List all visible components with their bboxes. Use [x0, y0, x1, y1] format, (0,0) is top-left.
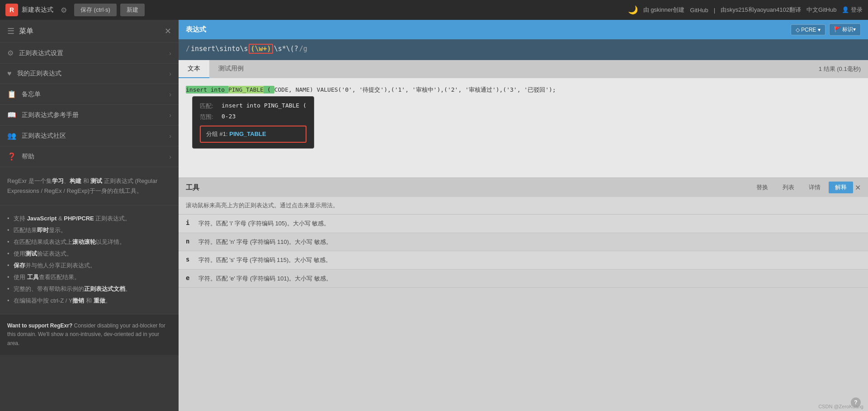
- gear-icon[interactable]: ⚙: [61, 6, 67, 14]
- sidebar-item-community[interactable]: 👥 正则表达式社区 ›: [0, 126, 179, 146]
- sidebar-item-help[interactable]: ❓ 帮助 ›: [0, 146, 179, 167]
- expression-input[interactable]: / insert\sinto\s (\w+) \s*\(? /g: [179, 39, 868, 60]
- delimiter-end: /g: [299, 45, 307, 53]
- pcre-button[interactable]: ◇ PCRE ▾: [791, 24, 826, 35]
- book-icon: 📖: [7, 111, 16, 119]
- tools-item-n[interactable]: n 字符。匹配 'n' 字母 (字符编码 110)。大小写 敏感。: [179, 233, 868, 252]
- sidebar-item-reference-label: 正则表达式参考手册: [22, 111, 79, 119]
- separator: |: [714, 7, 715, 14]
- tab-text[interactable]: 文本: [179, 60, 209, 78]
- tab-test-cases[interactable]: 测试用例: [209, 60, 253, 78]
- char-i: i: [186, 219, 193, 226]
- tools-close-button[interactable]: ✕: [855, 183, 861, 192]
- expression-controls: ◇ PCRE ▾ 🚩 标识▾: [791, 23, 861, 36]
- login-link[interactable]: 👤 登录: [842, 6, 863, 14]
- sidebar-item-settings-label: 正则表达式设置: [19, 49, 63, 57]
- tooltip-range-value: 0-23: [222, 113, 236, 121]
- tooltip-group-label: 分组 #1:: [206, 131, 228, 137]
- tooltip-range-label: 范围:: [200, 113, 218, 121]
- clipboard-icon: 📋: [7, 90, 16, 98]
- tools-description: 滚动鼠标来高亮上方的正则表达式。通过点击来显示用法。: [179, 197, 868, 215]
- sidebar-item-settings[interactable]: ⚙ 正则表达式设置 ›: [0, 43, 179, 64]
- theme-toggle[interactable]: 🌙: [628, 5, 638, 15]
- expr-after-group: \s*\(?: [274, 45, 298, 53]
- sidebar-features: 支持 JavaScript & PHP/PCRE 正则表达式。 匹配结果即时显示…: [0, 206, 179, 314]
- sidebar-title: ☰ 菜单: [7, 26, 33, 36]
- chevron-right-icon: ›: [169, 153, 171, 160]
- content-area: 表达式 ◇ PCRE ▾ 🚩 标识▾ / insert\sinto\s (\w+…: [179, 20, 868, 411]
- char-e: e: [186, 274, 193, 281]
- tools-tab-list[interactable]: 列表: [776, 182, 801, 193]
- char-e-desc: 字符。匹配 'e' 字母 (字符编码 101)。大小写 敏感。: [198, 274, 332, 283]
- sidebar-item-reference[interactable]: 📖 正则表达式参考手册 ›: [0, 105, 179, 126]
- tooltip-range-row: 范围: 0-23: [200, 113, 307, 121]
- tools-tab-explain[interactable]: 解释: [829, 182, 853, 193]
- chevron-right-icon: ›: [169, 70, 171, 77]
- help-icon: ❓: [7, 152, 16, 161]
- hamburger-icon[interactable]: ☰: [7, 26, 14, 36]
- chevron-right-icon: ›: [169, 112, 171, 119]
- chevron-right-icon: ›: [169, 50, 171, 57]
- expression-title: 表达式: [186, 25, 206, 34]
- translator-link[interactable]: 由skys215和yaoyuan4102翻译: [721, 6, 801, 14]
- cn-github-link[interactable]: 中文GitHub: [807, 6, 836, 14]
- expression-section: 表达式 ◇ PCRE ▾ 🚩 标识▾ / insert\sinto\s (\w+…: [179, 20, 868, 60]
- tabs-left: 文本 测试用例: [179, 60, 253, 78]
- heart-icon: ♥: [7, 70, 12, 78]
- non-match-text: CODE, NAME) VALUES('0', '待提交'),('1', '审核…: [274, 86, 556, 93]
- sidebar-item-favorites[interactable]: ♥ 我的正则表达式 ›: [0, 64, 179, 84]
- tools-tab-detail[interactable]: 详情: [802, 182, 827, 193]
- tooltip-match-value: insert into PING_TABLE (: [222, 102, 307, 110]
- tooltip-match-row: 匹配: insert into PING_TABLE (: [200, 102, 307, 110]
- community-icon: 👥: [7, 131, 16, 140]
- tooltip-match-label: 匹配:: [200, 102, 218, 110]
- tooltip-group-box: 分组 #1: PING_TABLE: [200, 126, 307, 143]
- app-title: 新建表达式: [22, 6, 53, 14]
- sidebar-item-help-label: 帮助: [22, 153, 34, 161]
- new-button[interactable]: 新建: [120, 4, 145, 16]
- sidebar: ☰ 菜单 ✕ ⚙ 正则表达式设置 › ♥ 我的正则表达式 › 📋 备忘单 ›: [0, 20, 179, 411]
- tools-item-i[interactable]: i 字符。匹配 'i' 字母 (字符编码 105)。大小写 敏感。: [179, 215, 868, 233]
- flag-button[interactable]: 🚩 标识▾: [829, 23, 861, 36]
- save-button[interactable]: 保存 (ctrl·s): [74, 4, 117, 16]
- sidebar-item-community-label: 正则表达式社区: [22, 132, 66, 140]
- watermark: CSDN @ZeroKuang: [818, 404, 863, 409]
- expr-capture-group: (\w+): [249, 44, 273, 54]
- match-group-text: PING_TABLE: [228, 86, 264, 93]
- sidebar-item-cheatsheet-label: 备忘单: [22, 90, 41, 98]
- expression-header: 表达式 ◇ PCRE ▾ 🚩 标识▾: [179, 20, 868, 39]
- github-link[interactable]: GitHub: [690, 7, 708, 14]
- char-n: n: [186, 238, 193, 245]
- tools-tabs: 替换 列表 详情 解释 ✕: [750, 182, 861, 193]
- top-nav-right: 🌙 由 gskinner创建 GitHub | 由skys215和yaoyuan…: [628, 5, 863, 15]
- tools-item-e[interactable]: e 字符。匹配 'e' 字母 (字符编码 101)。大小写 敏感。: [179, 270, 868, 288]
- sidebar-description: RegExr 是一个集学习、构建 和 测试 正则表达式 (Regular Exp…: [0, 167, 179, 206]
- char-s-desc: 字符。匹配 's' 字母 (字符编码 115)。大小写 敏感。: [198, 256, 331, 265]
- match-text-before: insert into: [186, 86, 228, 93]
- tab-result-count: 1 结果 (0.1毫秒): [819, 65, 868, 73]
- sidebar-item-favorites-label: 我的正则表达式: [17, 70, 61, 78]
- tools-title: 工具: [186, 183, 199, 192]
- text-section[interactable]: insert into PING_TABLE ( CODE, NAME) VAL…: [179, 78, 868, 177]
- sidebar-item-cheatsheet[interactable]: 📋 备忘单 ›: [0, 84, 179, 105]
- match-highlight: insert into PING_TABLE (: [186, 86, 274, 93]
- expr-before-group: insert\sinto\s: [191, 45, 248, 53]
- delimiter-start: /: [186, 45, 190, 53]
- tools-item-s[interactable]: s 字符。匹配 's' 字母 (字符编码 115)。大小写 敏感。: [179, 251, 868, 270]
- match-text-paren: (: [264, 86, 271, 93]
- gear-icon: ⚙: [7, 49, 14, 57]
- logo: R: [5, 4, 18, 16]
- tooltip-group-value: PING_TABLE: [229, 131, 266, 137]
- match-tooltip: 匹配: insert into PING_TABLE ( 范围: 0-23 分组…: [192, 96, 314, 149]
- char-s: s: [186, 256, 193, 263]
- tabs-bar: 文本 测试用例 1 结果 (0.1毫秒): [179, 60, 868, 78]
- tools-footer: ?: [179, 394, 868, 411]
- sidebar-ad: Want to support RegExr? Consider disabli…: [0, 314, 179, 355]
- char-i-desc: 字符。匹配 'i' 字母 (字符编码 105)。大小写 敏感。: [198, 219, 330, 228]
- tools-header: 工具 替换 列表 详情 解释 ✕: [179, 177, 868, 197]
- sidebar-header: ☰ 菜单 ✕: [0, 20, 179, 43]
- chevron-right-icon: ›: [169, 91, 171, 98]
- sidebar-close-button[interactable]: ✕: [165, 26, 171, 36]
- creator-link[interactable]: 由 gskinner创建: [643, 6, 685, 14]
- tools-tab-replace[interactable]: 替换: [750, 182, 774, 193]
